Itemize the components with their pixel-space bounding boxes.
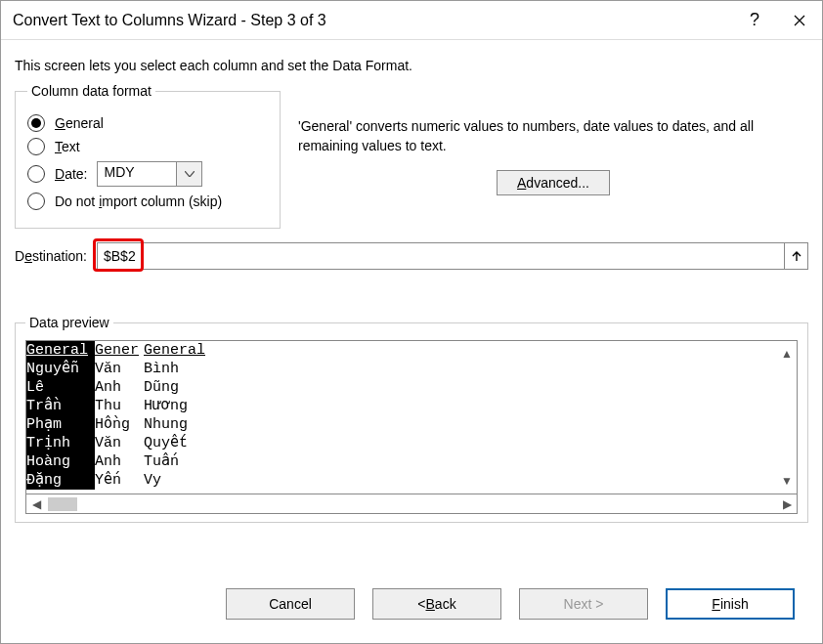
radio-date[interactable]: Date: MDY <box>27 161 268 187</box>
preview-header[interactable]: General <box>26 341 95 360</box>
data-preview-group: Data preview GeneralGenerGeneralNguyễnVă… <box>15 315 808 523</box>
wizard-dialog: Convert Text to Columns Wizard - Step 3 … <box>0 0 823 644</box>
radio-text[interactable]: Text <box>27 138 268 155</box>
radio-icon <box>27 138 45 155</box>
preview-row: ĐặngYếnVy <box>26 471 777 490</box>
advanced-button[interactable]: Advanced... <box>497 170 610 195</box>
intro-text: This screen lets you select each column … <box>15 58 808 73</box>
radio-label: Text <box>55 139 80 154</box>
close-button[interactable] <box>777 1 822 40</box>
scroll-down-icon: ▼ <box>781 474 793 488</box>
preview-header[interactable]: General <box>144 341 205 360</box>
preview-row: NguyễnVănBình <box>26 360 777 378</box>
format-legend: Column data format <box>27 83 155 99</box>
collapse-dialog-icon <box>791 250 802 262</box>
format-description: 'General' converts numeric values to num… <box>298 116 808 156</box>
radio-icon <box>27 114 45 132</box>
date-format-value: MDY <box>98 162 176 186</box>
radio-icon <box>27 165 45 183</box>
format-description-area: 'General' converts numeric values to num… <box>298 83 808 195</box>
horizontal-scrollbar[interactable]: ◀ ▶ <box>25 494 798 514</box>
button-bar: Cancel < Back Next > Finish <box>15 575 808 633</box>
preview-legend: Data preview <box>25 315 113 330</box>
radio-label: General <box>55 115 104 131</box>
titlebar: Convert Text to Columns Wizard - Step 3 … <box>1 1 822 40</box>
help-button[interactable]: ? <box>732 1 777 40</box>
finish-button[interactable]: Finish <box>666 588 795 620</box>
radio-label: Date: <box>55 166 87 182</box>
preview-grid[interactable]: GeneralGenerGeneralNguyễnVănBìnhLêAnhDũn… <box>25 340 798 494</box>
vertical-scrollbar[interactable]: ▲ ▼ <box>777 341 797 494</box>
back-button[interactable]: < Back <box>372 588 501 620</box>
destination-label: Destination: <box>15 248 87 264</box>
close-icon <box>794 15 805 26</box>
column-data-format-group: Column data format General Text Date: MD… <box>15 83 281 229</box>
radio-icon <box>27 193 45 210</box>
radio-label: Do not import column (skip) <box>55 193 222 209</box>
next-button: Next > <box>519 588 648 620</box>
preview-row: HoàngAnhTuấn <box>26 452 777 471</box>
range-picker-button[interactable] <box>785 242 808 270</box>
scroll-right-icon: ▶ <box>777 497 797 511</box>
window-title: Convert Text to Columns Wizard - Step 3 … <box>13 12 732 29</box>
radio-skip[interactable]: Do not import column (skip) <box>27 193 268 210</box>
preview-row: PhạmHồngNhung <box>26 415 777 434</box>
preview-header[interactable]: Gener <box>95 341 144 360</box>
scroll-left-icon: ◀ <box>26 497 46 511</box>
scroll-up-icon: ▲ <box>781 347 793 361</box>
preview-row: LêAnhDũng <box>26 378 777 397</box>
chevron-down-icon <box>176 162 201 186</box>
preview-row: TrịnhVănQuyết <box>26 434 777 452</box>
date-format-select[interactable]: MDY <box>97 161 202 187</box>
preview-row: TrầnThuHương <box>26 397 777 415</box>
destination-input[interactable] <box>97 242 785 270</box>
radio-general[interactable]: General <box>27 114 268 132</box>
cancel-button[interactable]: Cancel <box>226 588 355 620</box>
scroll-thumb[interactable] <box>48 497 77 511</box>
